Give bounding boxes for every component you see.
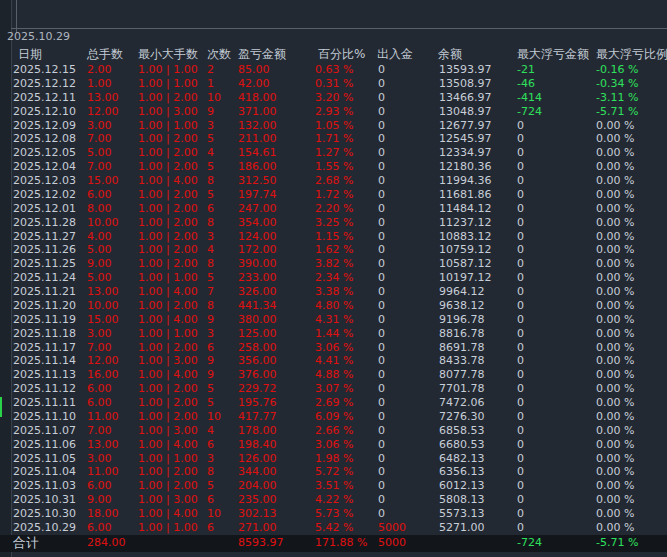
- cell-lots: 13.00: [87, 438, 119, 452]
- cell-lots: 10.00: [87, 299, 119, 313]
- left-scroll-indicator[interactable]: [0, 397, 2, 417]
- cell-date: 2025.11.10: [13, 410, 76, 424]
- cell-date: 2025.11.18: [13, 327, 76, 341]
- cell-pct: 1.98 %: [315, 452, 353, 466]
- cell-balance: 9196.78: [439, 313, 485, 327]
- table-row[interactable]: 2025.12.121.001.00 | 1.00142.000.31 %013…: [0, 77, 667, 91]
- cell-minmax: 1.00 | 4.00: [138, 438, 198, 452]
- cell-minmax: 1.00 | 1.00: [138, 63, 198, 77]
- cell-balance: 11681.86: [439, 188, 492, 202]
- cell-mfl: 0: [517, 354, 524, 368]
- cell-mflp: 0.00 %: [596, 271, 634, 285]
- table-row[interactable]: 2025.11.183.001.00 | 1.003125.001.44 %08…: [0, 327, 667, 341]
- cell-date: 2025.12.12: [13, 77, 76, 91]
- cell-date: 2025.11.24: [13, 271, 76, 285]
- cell-lots: 13.00: [87, 91, 119, 105]
- cell-pct: 1.62 %: [315, 243, 353, 257]
- cell-inout: 0: [378, 465, 385, 479]
- table-row[interactable]: 2025.11.2113.001.00 | 4.007326.003.38 %0…: [0, 285, 667, 299]
- cell-mfl: 0: [517, 382, 524, 396]
- cell-lots: 2.00: [87, 63, 112, 77]
- cell-times: 8: [207, 299, 214, 313]
- table-row[interactable]: 2025.10.3018.001.00 | 4.0010302.135.73 %…: [0, 507, 667, 521]
- table-row[interactable]: 2025.12.1012.001.00 | 3.009371.002.93 %0…: [0, 105, 667, 119]
- cell-date: 2025.11.17: [13, 341, 76, 355]
- column-header-pnl[interactable]: 盈亏金额: [238, 46, 286, 63]
- trading-daily-stats-panel: 2025.10.29 日期总手数最小大手数次数盈亏金额百分比%出入金余额最大浮亏…: [0, 0, 667, 557]
- cell-minmax: 1.00 | 2.00: [138, 160, 198, 174]
- cell-inout: 0: [378, 174, 385, 188]
- cell-inout: 0: [378, 299, 385, 313]
- cell-lots: 7.00: [87, 132, 112, 146]
- cell-mfl: 0: [517, 479, 524, 493]
- cell-mfl: 0: [517, 327, 524, 341]
- cell-balance: 11484.12: [439, 202, 492, 216]
- table-row[interactable]: 2025.12.087.001.00 | 2.005211.001.71 %01…: [0, 132, 667, 146]
- table-row[interactable]: 2025.12.055.001.00 | 2.004154.611.27 %01…: [0, 146, 667, 160]
- table-row[interactable]: 2025.12.047.001.00 | 2.005186.001.55 %01…: [0, 160, 667, 174]
- cell-mflp: 0.00 %: [596, 354, 634, 368]
- column-header-times[interactable]: 次数: [207, 46, 231, 63]
- cell-inout: 0: [378, 230, 385, 244]
- cell-pct: 2.34 %: [315, 271, 353, 285]
- table-row[interactable]: 2025.11.126.001.00 | 2.005229.723.07 %07…: [0, 382, 667, 396]
- cell-mflp: 0.00 %: [596, 479, 634, 493]
- table-row[interactable]: 2025.11.116.001.00 | 2.005195.762.69 %07…: [0, 396, 667, 410]
- column-header-balance[interactable]: 余额: [438, 46, 462, 63]
- cell-times: 6: [207, 521, 214, 535]
- cell-pnl: 186.00: [238, 160, 277, 174]
- table-row[interactable]: 2025.11.1316.001.00 | 4.009376.004.88 %0…: [0, 368, 667, 382]
- cell-pct: 3.38 %: [315, 285, 353, 299]
- cell-mfl: 0: [517, 174, 524, 188]
- table-row[interactable]: 2025.11.259.001.00 | 2.008390.003.82 %01…: [0, 257, 667, 271]
- table-row[interactable]: 2025.12.152.001.00 | 1.00285.000.63 %013…: [0, 63, 667, 77]
- cell-mfl: 0: [517, 465, 524, 479]
- column-header-lots[interactable]: 总手数: [87, 46, 123, 63]
- table-row[interactable]: 2025.11.274.001.00 | 2.003124.001.15 %01…: [0, 230, 667, 244]
- cell-inout: 0: [378, 132, 385, 146]
- column-header-mfl[interactable]: 最大浮亏金额: [517, 46, 589, 63]
- cell-date: 2025.11.11: [13, 396, 76, 410]
- cell-mflp: 0.00 %: [596, 424, 634, 438]
- table-row[interactable]: 2025.12.0315.001.00 | 4.008312.502.68 %0…: [0, 174, 667, 188]
- cell-pct: 6.09 %: [315, 410, 353, 424]
- cell-date: 2025.11.04: [13, 465, 76, 479]
- table-row[interactable]: 2025.11.077.001.00 | 3.004178.002.66 %06…: [0, 424, 667, 438]
- table-row[interactable]: 2025.11.1915.001.00 | 4.009380.004.31 %0…: [0, 313, 667, 327]
- cell-pnl: 124.00: [238, 230, 277, 244]
- cell-balance: 10587.12: [439, 257, 492, 271]
- cell-lots: 4.00: [87, 230, 112, 244]
- table-row[interactable]: 2025.11.177.001.00 | 2.006258.003.06 %08…: [0, 341, 667, 355]
- table-row[interactable]: 2025.11.245.001.00 | 1.005233.002.34 %01…: [0, 271, 667, 285]
- cell-mflp: 0.00 %: [596, 188, 634, 202]
- table-row[interactable]: 2025.12.018.001.00 | 2.006247.002.20 %01…: [0, 202, 667, 216]
- cell-mfl: 0: [517, 507, 524, 521]
- column-header-inout[interactable]: 出入金: [377, 46, 413, 63]
- table-row[interactable]: 2025.11.053.001.00 | 1.003126.001.98 %06…: [0, 452, 667, 466]
- table-row[interactable]: 2025.11.0613.001.00 | 4.006198.403.06 %0…: [0, 438, 667, 452]
- table-row[interactable]: 2025.10.296.001.00 | 1.006271.005.42 %50…: [0, 521, 667, 535]
- table-row[interactable]: 2025.10.319.001.00 | 3.006235.004.22 %05…: [0, 493, 667, 507]
- cell-times: 7: [207, 285, 214, 299]
- column-header-minmax[interactable]: 最小大手数: [138, 46, 198, 63]
- cell-mflp: -0.16 %: [596, 63, 638, 77]
- cell-pct: 2.20 %: [315, 202, 353, 216]
- cell-mflp: 0.00 %: [596, 493, 634, 507]
- cell-inout: 0: [378, 188, 385, 202]
- table-row[interactable]: 2025.11.2010.001.00 | 2.008441.344.80 %0…: [0, 299, 667, 313]
- column-header-mflp[interactable]: 最大浮亏比例: [596, 46, 667, 63]
- table-row[interactable]: 2025.11.265.001.00 | 2.004172.001.62 %01…: [0, 243, 667, 257]
- table-row[interactable]: 2025.12.026.001.00 | 2.005197.741.72 %01…: [0, 188, 667, 202]
- column-header-date[interactable]: 日期: [18, 46, 42, 63]
- table-row[interactable]: 2025.12.093.001.00 | 1.003132.001.05 %01…: [0, 119, 667, 133]
- cell-date: 2025.11.13: [13, 368, 76, 382]
- table-row[interactable]: 2025.11.036.001.00 | 2.005204.003.51 %06…: [0, 479, 667, 493]
- table-row[interactable]: 2025.11.1412.001.00 | 3.009356.004.41 %0…: [0, 354, 667, 368]
- table-row[interactable]: 2025.11.2810.001.00 | 2.008354.003.25 %0…: [0, 216, 667, 230]
- table-row[interactable]: 2025.12.1113.001.00 | 2.0010418.003.20 %…: [0, 91, 667, 105]
- table-row[interactable]: 2025.11.0411.001.00 | 2.008344.005.72 %0…: [0, 465, 667, 479]
- cell-pct: 3.20 %: [315, 91, 353, 105]
- cell-inout: 0: [378, 105, 385, 119]
- column-header-pct[interactable]: 百分比%: [318, 46, 365, 63]
- table-row[interactable]: 2025.11.1011.001.00 | 2.0010417.776.09 %…: [0, 410, 667, 424]
